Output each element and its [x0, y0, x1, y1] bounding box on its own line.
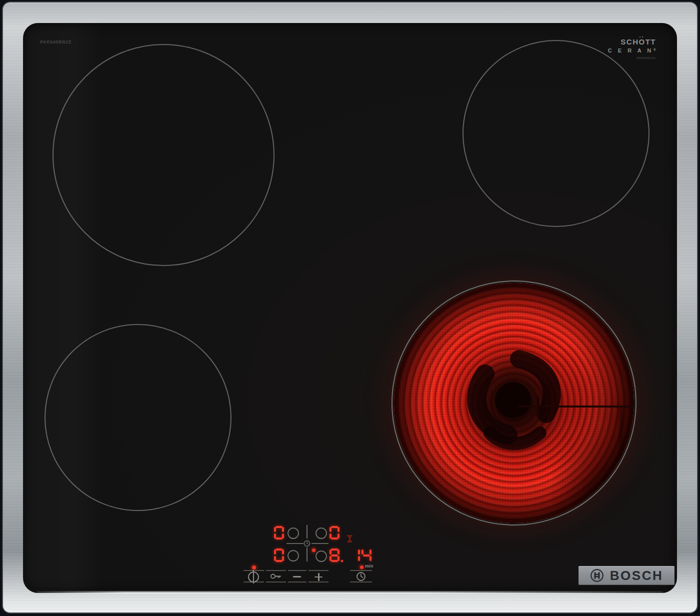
zone-indicator-rear-left — [288, 528, 299, 539]
zone-rear-right-ring — [462, 40, 650, 227]
frame-light-reflection — [37, 592, 663, 594]
display-divider-bottom — [306, 548, 308, 562]
minus-icon[interactable] — [293, 576, 301, 578]
zone-indicator-rear-right — [316, 528, 327, 539]
clock-dash-right — [312, 543, 328, 544]
zone-indicator-front-left — [288, 550, 299, 562]
model-number-label: PKE645BB2E — [40, 40, 72, 44]
bosch-logo-icon — [590, 568, 604, 582]
plus-icon-bar — [314, 576, 322, 578]
display-rear-left-level — [274, 526, 284, 540]
power-icon-line — [253, 570, 254, 584]
schott-ceran-logo: SCHOTT C E R A N® 9001508116 — [608, 38, 656, 60]
child-lock-touch-key[interactable] — [266, 570, 286, 582]
schott-logo-text: SCHOTT — [620, 38, 656, 46]
timer-touch-key[interactable] — [350, 570, 372, 582]
clock-icon — [304, 540, 310, 547]
element-shadow-seam — [620, 407, 622, 497]
zone-front-left-ring — [44, 324, 232, 511]
glowing-heating-element — [394, 283, 634, 523]
display-rear-right-level — [330, 526, 340, 540]
glass-code-label: 9001508116 — [608, 56, 656, 60]
display-timer-minutes — [350, 548, 372, 562]
ceran-logo-text: C E R A N® — [608, 48, 656, 54]
bosch-wordmark: BOSCH — [610, 569, 663, 582]
zone-front-right-ring — [392, 280, 636, 526]
power-led — [252, 566, 256, 570]
ceramic-glass-surface: PKE645BB2E SCHOTT C E R A N® 9001508116 — [23, 23, 677, 593]
element-center-swirl — [394, 283, 634, 523]
display-front-right-level — [330, 548, 343, 562]
clock-dash-left — [286, 543, 304, 544]
schott-logo-dots — [640, 36, 644, 38]
display-front-left-level — [274, 548, 284, 562]
thermal-sensor-pin — [536, 396, 539, 417]
zone-select-led — [312, 548, 316, 552]
timer-min-led — [360, 566, 364, 569]
key-lock-icon — [270, 574, 282, 579]
zone-indicator-front-right — [316, 550, 327, 562]
bosch-hob-product-photo: PKE645BB2E SCHOTT C E R A N® 9001508116 — [0, 0, 700, 616]
display-divider-top — [306, 525, 308, 538]
bosch-badge: BOSCH — [578, 566, 674, 585]
timer-min-label: min — [365, 564, 374, 568]
timer-clock-icon — [356, 572, 366, 582]
hourglass-icon — [347, 535, 352, 542]
zone-rear-left-ring — [52, 44, 274, 266]
